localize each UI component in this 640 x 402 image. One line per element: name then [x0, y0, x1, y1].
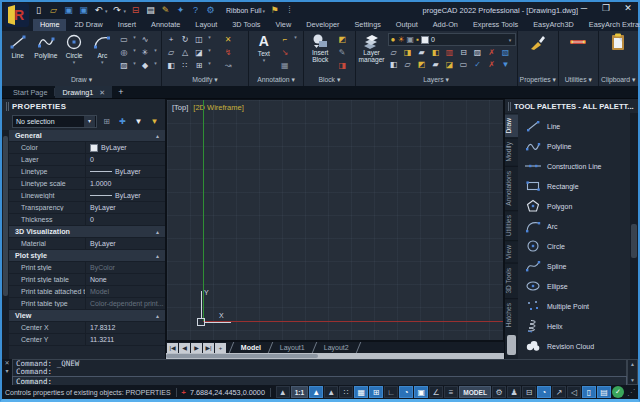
layer-tool-icon[interactable]: ▰ [416, 47, 428, 58]
draw-panel-label[interactable]: Draw ▾ [2, 75, 161, 86]
stretch-tool-icon[interactable]: ◧ [165, 60, 177, 71]
property-row[interactable]: ColorByLayer [9, 142, 165, 154]
last-layout-icon[interactable]: ▶| [203, 343, 214, 353]
layer-tool-icon[interactable]: ▼ [500, 59, 512, 70]
quick-select-icon[interactable]: ⊞ [100, 116, 113, 128]
close-command-window-icon[interactable]: ✕ [4, 360, 9, 366]
new-file-icon[interactable]: ▯ [33, 5, 44, 16]
undo-button[interactable]: ↶ [93, 5, 104, 16]
properties-panel-label[interactable]: Properties ▾ [518, 75, 558, 86]
layer-tool-icon[interactable]: ▱ [388, 47, 400, 58]
palette-tool-revision-cloud[interactable]: Revision Cloud [518, 336, 630, 356]
palette-tab-view[interactable]: View [505, 240, 518, 263]
close-drawing-icon[interactable]: ✕ [99, 86, 105, 99]
layer-tool-icon[interactable]: ◩ [416, 59, 428, 70]
selection-dropdown[interactable]: No selection ▾ [12, 115, 97, 128]
tab-developer[interactable]: Developer [299, 19, 346, 31]
palette-tool-polygon[interactable]: Polygon [518, 196, 630, 216]
table-tool-icon[interactable]: ▦ [279, 60, 291, 71]
print-preview-icon[interactable]: ▤ [145, 5, 156, 16]
palette-tab-3d-tools[interactable]: 3D Tools [505, 263, 518, 298]
maximize-button[interactable]: ❐ [600, 3, 612, 13]
palette-tab-utilities[interactable]: Utilities [505, 210, 518, 240]
palette-grip-icon[interactable] [6, 102, 9, 111]
mirror-tool-icon[interactable]: ◫ [193, 34, 205, 45]
clipboard-button[interactable] [604, 33, 632, 51]
tab-layout[interactable]: Layout [188, 19, 224, 31]
line-button[interactable]: Line [5, 33, 30, 59]
palette-tool-circle[interactable]: Circle [518, 236, 630, 256]
property-row[interactable]: LineweightByLayer [9, 190, 165, 202]
filter-icon[interactable]: ▼ [132, 116, 145, 128]
ortho-icon[interactable]: ∟ [384, 386, 398, 398]
object-snap-icon[interactable]: ▣ [414, 386, 428, 398]
redo-button[interactable]: ↷ [112, 5, 123, 16]
array-tool-icon[interactable]: ∷ [179, 60, 191, 71]
printer-icon[interactable]: ⊟ [522, 386, 536, 398]
command-history[interactable]: Command: _QNEW Command: [12, 359, 627, 376]
text-button[interactable]: A Text▾ [252, 33, 276, 63]
undo-dropdown-icon[interactable]: ▾ [105, 8, 108, 14]
block-panel-label[interactable]: Block ▾ [304, 75, 354, 86]
palette-tool-spline[interactable]: Spline [518, 256, 630, 276]
move-tool-icon[interactable]: + [165, 34, 177, 45]
prev-layout-icon[interactable]: ◀ [179, 343, 190, 353]
property-row[interactable]: Print table typeColor-dependent print... [9, 298, 165, 310]
tab-easyarch-extras[interactable]: EasyArch Extras [582, 19, 640, 31]
viewport-controls[interactable]: [Top] [2D Wireframe] [172, 103, 244, 112]
layer-tool-icon[interactable]: ◧ [388, 59, 400, 70]
save-icon[interactable]: ▣ [63, 5, 74, 16]
layer-tool-icon[interactable]: ▥ [444, 47, 456, 58]
selection-dropdown-arrow-icon[interactable]: ▾ [84, 116, 95, 127]
edit-block-tool-icon[interactable]: ✎ [336, 47, 348, 58]
layers-panel-label[interactable]: Layers ▾ [356, 75, 517, 86]
utilities-panel-label[interactable]: Utilities ▾ [559, 75, 598, 86]
model-space-button[interactable]: MODEL [459, 386, 491, 398]
layer-tool-icon[interactable]: ◨ [402, 47, 414, 58]
visual-style-label[interactable]: [2D Wireframe] [193, 103, 243, 112]
palette-drag-grip[interactable] [507, 335, 516, 355]
palette-tab-hatches[interactable]: Hatches [505, 298, 518, 331]
property-row[interactable]: Thickness0 [9, 214, 165, 226]
tab-output[interactable]: Output [389, 19, 425, 31]
palette-tab-modify[interactable]: Modify [505, 137, 518, 165]
layer-tool-icon[interactable]: ▱ [402, 59, 414, 70]
offset-tool-icon[interactable]: ↝ [222, 60, 234, 71]
properties-scrollbar[interactable] [2, 130, 9, 359]
tool-palettes-header[interactable]: TOOL PALETTES - ALL PALETT... [505, 99, 638, 113]
section-plot-style[interactable]: Plot style▴ [9, 250, 165, 262]
layer-tool-icon[interactable]: ◧ [430, 47, 442, 58]
palette-tool-construction-line[interactable]: Construction Line [518, 156, 630, 176]
layout1-tab[interactable]: Layout1 [269, 342, 317, 353]
filter-active-icon[interactable]: ▼ [148, 116, 161, 128]
drawing-canvas[interactable]: [Top] [2D Wireframe] Y X [166, 99, 504, 341]
insert-block-button[interactable]: Insert Block [307, 33, 333, 63]
palette-tab-draw[interactable]: Draw [505, 113, 518, 137]
layout2-tab[interactable]: Layout2 [313, 342, 361, 353]
tab-home[interactable]: Home [33, 19, 66, 31]
property-row[interactable]: TransparencyByLayer [9, 202, 165, 214]
revision-cloud-tool-icon[interactable]: ∿ [139, 34, 151, 45]
first-layout-icon[interactable]: |◀ [167, 343, 178, 353]
plot-icon[interactable]: ⊟ [130, 5, 141, 16]
property-row[interactable]: Print style tableNone [9, 274, 165, 286]
minimize-button[interactable]: ─ [578, 3, 590, 13]
viewport-label[interactable]: [Top] [172, 103, 188, 112]
grid-dots-icon[interactable]: ∷ [339, 386, 353, 398]
add-layout-icon[interactable]: + [215, 343, 226, 353]
tab-easyarch3d[interactable]: EasyArch3D [526, 19, 581, 31]
leader-tool-icon[interactable]: ↘ [279, 47, 291, 58]
object-tracking-icon[interactable]: ∠ [429, 386, 443, 398]
tab-view[interactable]: View [269, 19, 299, 31]
section-3d-visualization[interactable]: 3D Visualization▴ [9, 226, 165, 238]
annotation-panel-label[interactable]: Annotation ▾ [249, 75, 303, 86]
open-file-icon[interactable]: ▱ [48, 5, 59, 16]
palette-grip-icon[interactable] [508, 102, 511, 111]
property-row[interactable]: Print styleByColor [9, 262, 165, 274]
point-tool-icon[interactable]: ✳ [139, 47, 151, 58]
palette-tab-annotations[interactable]: Annotations [505, 166, 518, 210]
save-as-icon[interactable]: ▣ [78, 5, 89, 16]
draft-cursor-icon[interactable]: ▲ [276, 386, 290, 398]
redo-dropdown-icon[interactable]: ▾ [124, 8, 127, 14]
layer-tool-icon[interactable]: ✓ [472, 59, 484, 70]
